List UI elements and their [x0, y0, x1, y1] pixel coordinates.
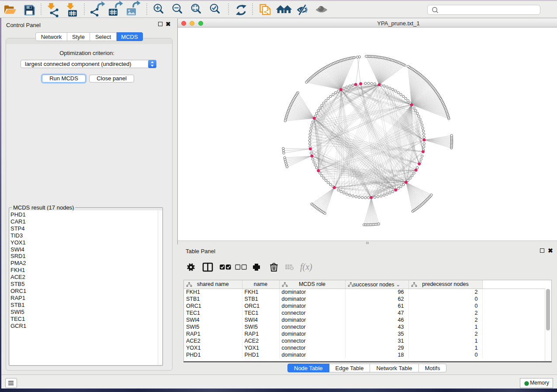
svg-text:f(x): f(x) — [300, 262, 312, 272]
